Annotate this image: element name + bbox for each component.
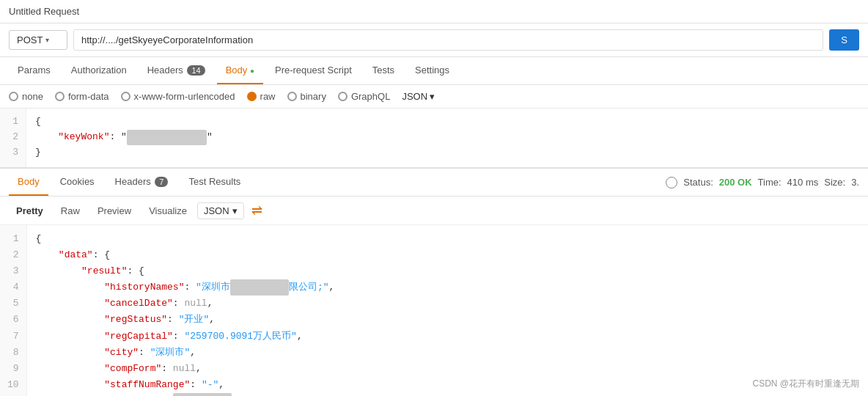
option-urlencoded[interactable]: x-www-form-urlencoded [121, 91, 235, 102]
tab-tests[interactable]: Tests [364, 57, 403, 84]
url-bar: POST ▾ S [0, 23, 868, 57]
fmt-tab-preview[interactable]: Preview [90, 202, 139, 219]
resp-tab-test-results[interactable]: Test Results [180, 169, 249, 196]
resp-format-label: JSON [204, 205, 229, 216]
resp-line-9: "compForm": null, [36, 361, 859, 377]
resp-line-8: "city": "深圳市", [36, 345, 859, 361]
request-code-content[interactable]: { "keyWonk": "██████████████" } [26, 109, 868, 167]
globe-icon [666, 177, 677, 188]
option-binary[interactable]: binary [287, 91, 326, 102]
tab-pre-request-script[interactable]: Pre-request Script [266, 57, 361, 84]
status-label: Status: [683, 177, 713, 188]
tab-params[interactable]: Params [9, 57, 59, 84]
status-value: 200 OK [719, 177, 752, 188]
method-chevron-icon: ▾ [45, 36, 49, 44]
option-graphql[interactable]: GraphQL [338, 91, 390, 102]
resp-line-7: "regCapital": "259700.9091万人民币", [36, 329, 859, 345]
resp-line-1: { [36, 231, 859, 247]
option-form-data[interactable]: form-data [55, 91, 109, 102]
fmt-tab-pretty[interactable]: Pretty [9, 202, 51, 219]
option-raw[interactable]: raw [247, 91, 276, 102]
radio-binary-icon [287, 92, 297, 101]
response-section: Body Cookies Headers 7 Test Results Stat… [0, 169, 868, 396]
resp-line-10: "staffNumRange": "-", [36, 377, 859, 393]
resp-tab-body[interactable]: Body [9, 169, 48, 196]
status-area: Status: 200 OK Time: 410 ms Size: 3. [666, 177, 859, 188]
body-options: none form-data x-www-form-urlencoded raw… [0, 85, 868, 109]
method-label: POST [17, 34, 43, 45]
response-code-content: { "data": { "result": { "historyNames": … [27, 225, 868, 396]
req-line-2: "keyWonk": "██████████████" [35, 130, 859, 145]
page-title: Untitled Request [9, 6, 79, 17]
size-label: Size: [824, 177, 845, 188]
send-button[interactable]: S [829, 29, 859, 51]
time-label: Time: [758, 177, 781, 188]
title-bar: Untitled Request [0, 0, 868, 23]
body-format-chevron-icon: ▾ [430, 91, 435, 102]
resp-line-5: "cancelDate": null, [36, 296, 859, 312]
watermark: CSDN @花开有时重逢无期 [752, 378, 859, 390]
tab-authorization[interactable]: Authorization [62, 57, 136, 84]
response-body[interactable]: 1 2 3 4 5 6 7 8 9 10 11 12 { "data": { [0, 225, 868, 396]
response-tab-group: Body Cookies Headers 7 Test Results [9, 169, 666, 196]
resp-line-4: "historyNames": "深圳市████████限公司;", [36, 279, 859, 296]
request-body-editor: 1 2 3 { "keyWonk": "██████████████" } [0, 109, 868, 169]
resp-headers-badge: 7 [155, 177, 168, 187]
req-line-3: } [35, 145, 859, 161]
radio-urlencoded-icon [121, 92, 130, 101]
response-tabs: Body Cookies Headers 7 Test Results Stat… [0, 169, 868, 197]
time-value: 410 ms [787, 177, 819, 188]
radio-none-icon [9, 92, 18, 101]
resp-line-2: "data": { [36, 247, 859, 263]
request-line-numbers: 1 2 3 [0, 109, 26, 167]
resp-format-dropdown[interactable]: JSON ▾ [197, 202, 244, 219]
req-line-1: { [35, 114, 859, 130]
radio-formdata-icon [55, 92, 65, 101]
response-format-bar: Pretty Raw Preview Visualize JSON ▾ ⇌ [0, 197, 868, 225]
response-line-numbers: 1 2 3 4 5 6 7 8 9 10 11 12 [0, 225, 27, 396]
resp-tab-cookies[interactable]: Cookies [51, 169, 103, 196]
url-input[interactable] [73, 29, 823, 51]
tab-headers[interactable]: Headers 14 [139, 57, 214, 84]
size-value: 3. [851, 177, 859, 188]
tab-settings[interactable]: Settings [406, 57, 458, 84]
option-none[interactable]: none [9, 91, 43, 102]
request-tabs: Params Authorization Headers 14 Body ● P… [0, 57, 868, 85]
body-format-label: JSON [402, 91, 427, 102]
body-format-dropdown[interactable]: JSON ▾ [402, 91, 435, 102]
resp-tab-headers[interactable]: Headers 7 [106, 169, 177, 196]
fmt-tab-raw[interactable]: Raw [54, 202, 87, 219]
resp-line-6: "regStatus": "开业", [36, 312, 859, 328]
resp-line-11: "bondNum": "████", [36, 393, 859, 396]
headers-badge: 14 [187, 65, 205, 76]
tab-body[interactable]: Body ● [217, 57, 263, 84]
resp-line-3: "result": { [36, 263, 859, 279]
method-dropdown[interactable]: POST ▾ [9, 30, 67, 50]
radio-graphql-icon [338, 92, 347, 101]
resp-format-chevron-icon: ▾ [232, 205, 238, 216]
radio-raw-icon [247, 92, 257, 101]
wrap-icon[interactable]: ⇌ [247, 201, 267, 220]
fmt-tab-visualize[interactable]: Visualize [141, 202, 194, 219]
